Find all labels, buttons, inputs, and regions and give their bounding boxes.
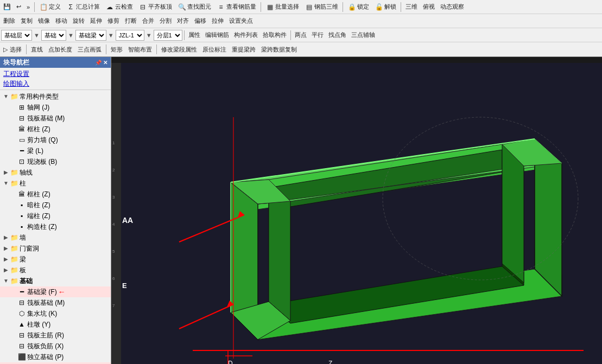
tb-offset-btn[interactable]: 偏移 bbox=[192, 16, 208, 26]
tb-mirror-btn[interactable]: 镜像 bbox=[36, 16, 52, 26]
link-project-settings[interactable]: 工程设置 bbox=[3, 69, 107, 79]
tb-3d-btn[interactable]: 三维 bbox=[403, 2, 420, 12]
tb-rotate-btn[interactable]: 旋转 bbox=[71, 16, 87, 26]
tree-item-struct-col[interactable]: ▪构造柱 (Z) bbox=[0, 221, 111, 232]
toggle-common[interactable]: ▼ bbox=[2, 93, 10, 100]
toggle-col-group[interactable]: ▼ bbox=[2, 180, 10, 187]
tree-item-foundation[interactable]: ▼📁基础 bbox=[0, 276, 111, 286]
tb-twopoints-btn[interactable]: 两点 bbox=[293, 30, 309, 40]
tree-item-end-col[interactable]: ▪端柱 (Z) bbox=[0, 210, 111, 221]
tree-label-frame-col: 框柱 (Z) bbox=[27, 124, 50, 134]
tb-align-btn[interactable]: 对齐 bbox=[175, 16, 191, 26]
tree-item-col-base[interactable]: ▲柱墩 (Y) bbox=[0, 319, 111, 330]
tree-item-frame-col[interactable]: 🏛框柱 (Z) bbox=[0, 124, 111, 135]
tb-prop-btn[interactable]: 属性 bbox=[186, 30, 202, 40]
tb-arc-btn[interactable]: 三点画弧 bbox=[75, 44, 104, 55]
tree-item-dark-col[interactable]: ▪暗柱 (Z) bbox=[0, 200, 111, 210]
tree-icon-axis-line: 📁 bbox=[10, 168, 18, 177]
tb-define-btn[interactable]: 📋 定义 bbox=[37, 2, 63, 12]
tree-item-beam[interactable]: ━梁 (L) bbox=[0, 145, 111, 156]
tree-item-axis-line[interactable]: ▶📁轴线 bbox=[0, 167, 111, 178]
tb-rect-btn[interactable]: 矩形 bbox=[109, 44, 125, 55]
tb-cloud-btn[interactable]: ☁ 云检查 bbox=[103, 2, 135, 12]
tree-item-wall[interactable]: ▶📁墙 bbox=[0, 232, 111, 243]
toggle-wall[interactable]: ▶ bbox=[2, 234, 10, 241]
tb-undo-btn[interactable]: ↩ bbox=[14, 2, 23, 11]
tb-select-btn[interactable]: ▷ 选择 bbox=[1, 44, 24, 55]
tb-re-span-btn[interactable]: 重提梁跨 bbox=[230, 44, 258, 55]
toggle-empty bbox=[10, 353, 17, 361]
tb-topview-btn[interactable]: 俯视 bbox=[421, 2, 437, 12]
tree-item-raft[interactable]: ⊟筏板基础 (M) bbox=[0, 113, 111, 124]
tb-stretch-btn[interactable]: 拉伸 bbox=[210, 16, 226, 26]
panel-close-icon[interactable]: ✕ bbox=[103, 60, 107, 66]
tb-parallel-btn[interactable]: 平行 bbox=[309, 30, 326, 40]
tb-comp-list-btn[interactable]: 构件列表 bbox=[232, 30, 260, 40]
viewport[interactable]: AA E D Z 1 2 3 4 5 6 7 93 Ea bbox=[111, 57, 602, 364]
tree-item-common[interactable]: ▼📁常用构件类型 bbox=[0, 91, 111, 102]
component-select[interactable]: 基础梁 bbox=[75, 30, 106, 41]
toggle-empty bbox=[10, 223, 17, 231]
tb-unlock-btn[interactable]: 🔓 解锁 bbox=[372, 2, 398, 12]
tree-item-frame-col2[interactable]: 🏛框柱 (Z) bbox=[0, 189, 111, 200]
tree-item-isolated[interactable]: ⬛独立基础 (P) bbox=[0, 352, 111, 362]
tb-angle-btn[interactable]: 找点角 bbox=[326, 30, 348, 40]
toggle-beam2[interactable]: ▶ bbox=[2, 256, 10, 263]
toggle-empty bbox=[10, 299, 17, 306]
tb-break-btn[interactable]: 打断 bbox=[123, 16, 139, 26]
toggle-axis-line[interactable]: ▶ bbox=[2, 169, 10, 176]
toggle-door-window[interactable]: ▶ bbox=[2, 245, 10, 252]
tree-item-found-raft[interactable]: ⊟筏板基础 (M) bbox=[0, 297, 111, 308]
tb-batch-btn[interactable]: ▦ 批量选择 bbox=[263, 2, 301, 12]
tree-item-raft-neg[interactable]: ⊟筏板负筋 (X) bbox=[0, 341, 111, 352]
tb-redo-btn[interactable]: » bbox=[24, 3, 32, 11]
tb-span-copy-btn[interactable]: 梁跨数据复制 bbox=[259, 44, 299, 55]
tree-icon-slab: 📁 bbox=[10, 266, 18, 274]
tree-item-found-beam[interactable]: ━基础梁 (F)← bbox=[0, 286, 111, 297]
tb-dynview-btn[interactable]: 动态观察 bbox=[438, 2, 466, 12]
tree-item-slab[interactable]: ▶📁板 bbox=[0, 265, 111, 276]
tb-merge-btn[interactable]: 合并 bbox=[140, 16, 156, 26]
tb-seg-prop-btn[interactable]: 修改梁段属性 bbox=[159, 44, 199, 55]
tb-split-btn[interactable]: 分割 bbox=[157, 16, 174, 26]
tb-calc-btn[interactable]: Σ 汇总计算 bbox=[64, 2, 102, 12]
tb-save-btn[interactable]: 💾 bbox=[1, 2, 13, 11]
tb-edit-rebar-btn[interactable]: 编辑钢筋 bbox=[203, 30, 231, 40]
tb-delete-btn[interactable]: 删除 bbox=[1, 16, 17, 26]
toggle-empty bbox=[10, 201, 17, 209]
link-draw-input[interactable]: 绘图输入 bbox=[3, 79, 107, 88]
tree-item-floor[interactable]: ⊡现浇板 (B) bbox=[0, 156, 111, 167]
toggle-slab[interactable]: ▶ bbox=[2, 266, 10, 274]
tree-item-beam2[interactable]: ▶📁梁 bbox=[0, 254, 111, 265]
tb-smart-btn[interactable]: 智能布置 bbox=[126, 44, 154, 55]
tb-trim-btn[interactable]: 修剪 bbox=[105, 16, 122, 26]
layer-select[interactable]: 基础层 bbox=[1, 30, 32, 41]
tb-extend-btn[interactable]: 延伸 bbox=[88, 16, 104, 26]
tb-floor-btn[interactable]: ⊟ 平齐板顶 bbox=[136, 2, 174, 12]
sublayer-select[interactable]: 分层1 bbox=[154, 30, 182, 41]
panel-pin-icon[interactable]: 📌 bbox=[95, 60, 102, 66]
tree-item-raft-main[interactable]: ⊟筏板主筋 (R) bbox=[0, 330, 111, 341]
tree-item-axis-net[interactable]: ⊞轴网 (J) bbox=[0, 102, 111, 113]
tb-threepoint-btn[interactable]: 三点辅轴 bbox=[349, 30, 377, 40]
type-select[interactable]: 基础 bbox=[41, 30, 66, 41]
svg-text:4: 4 bbox=[112, 222, 115, 227]
tb-setgrip-btn[interactable]: 设置夹点 bbox=[227, 16, 255, 26]
toggle-foundation[interactable]: ▼ bbox=[2, 277, 10, 285]
tree-item-sump[interactable]: ⬡集水坑 (K) bbox=[0, 308, 111, 319]
tree-icon-floor: ⊡ bbox=[17, 157, 26, 166]
tb-orig-note-btn[interactable]: 原位标注 bbox=[200, 44, 229, 55]
tb-move-btn[interactable]: 移动 bbox=[53, 16, 69, 26]
id-select[interactable]: JZL-1 bbox=[116, 30, 144, 41]
tb-copy-btn[interactable]: 复制 bbox=[18, 16, 35, 26]
tb-pick-btn[interactable]: 拾取构件 bbox=[261, 30, 289, 40]
tb-find-btn[interactable]: 🔍 查找图元 bbox=[175, 2, 213, 12]
tree-item-door-window[interactable]: ▶📁门窗洞 bbox=[0, 243, 111, 254]
tree-item-shear-wall[interactable]: ▭剪力墙 (Q) bbox=[0, 135, 111, 145]
tb-line-btn[interactable]: 直线 bbox=[29, 44, 45, 55]
tree-item-col-group[interactable]: ▼📁柱 bbox=[0, 178, 111, 189]
tb-rebar-view-btn[interactable]: ≡ 查看钢筋量 bbox=[214, 2, 258, 12]
tb-3d-rebar-btn[interactable]: ▤ 钢筋三维 bbox=[302, 2, 340, 12]
tb-point-len-btn[interactable]: 点加长度 bbox=[46, 44, 74, 55]
tb-lock-btn[interactable]: 🔒 锁定 bbox=[345, 2, 371, 12]
